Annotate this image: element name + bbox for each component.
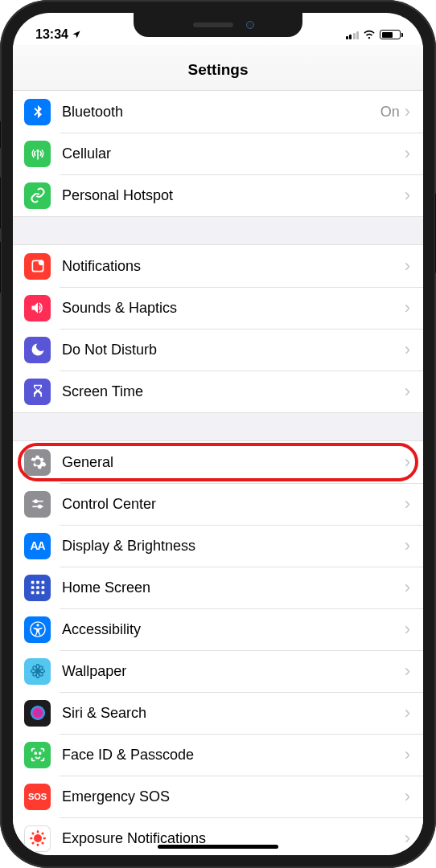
svg-point-41 [43, 837, 45, 840]
settings-row-notifications[interactable]: Notifications› [13, 245, 423, 287]
row-label: Bluetooth [62, 104, 380, 121]
settings-group: BluetoothOn›Cellular›Personal Hotspot› [13, 91, 423, 216]
settings-row-general[interactable]: General› [13, 441, 423, 483]
chevron-right-icon: › [405, 452, 410, 473]
grid-icon [24, 575, 51, 601]
settings-group: General›Control Center›AADisplay & Brigh… [13, 441, 423, 855]
chevron-right-icon: › [405, 577, 410, 598]
settings-list[interactable]: BluetoothOn›Cellular›Personal Hotspot›No… [13, 91, 423, 855]
settings-row-sounds[interactable]: Sounds & Haptics› [13, 287, 423, 329]
svg-rect-8 [41, 581, 44, 584]
row-label: Siri & Search [62, 705, 405, 722]
siri-icon [24, 700, 51, 727]
phone-frame: 13:34 Settings BluetoothOn›Cellular›Pers… [0, 0, 436, 868]
accessibility-icon [24, 616, 51, 643]
battery-icon [380, 30, 401, 39]
svg-point-38 [36, 831, 39, 833]
mute-switch [0, 121, 1, 149]
chevron-right-icon: › [405, 339, 410, 360]
chevron-right-icon: › [405, 786, 410, 807]
svg-point-40 [30, 837, 32, 840]
row-label: Sounds & Haptics [62, 300, 405, 317]
row-label: Emergency SOS [62, 788, 405, 805]
svg-point-16 [36, 624, 39, 626]
svg-rect-13 [36, 592, 39, 595]
svg-point-5 [38, 506, 40, 508]
svg-point-42 [31, 833, 34, 835]
svg-point-44 [41, 833, 43, 835]
svg-point-28 [39, 752, 40, 754]
row-label: Control Center [62, 496, 405, 513]
svg-point-29 [34, 834, 42, 842]
chevron-right-icon: › [405, 744, 410, 765]
row-label: Personal Hotspot [62, 187, 405, 204]
svg-point-3 [34, 500, 36, 502]
svg-rect-11 [41, 586, 44, 589]
svg-point-26 [31, 706, 45, 720]
chevron-right-icon: › [405, 256, 410, 276]
row-label: Do Not Disturb [62, 342, 405, 358]
covid-icon [24, 825, 51, 852]
settings-row-screentime[interactable]: Screen Time› [13, 371, 423, 412]
settings-row-homescreen[interactable]: Home Screen› [13, 567, 423, 608]
settings-row-sos[interactable]: SOSEmergency SOS› [13, 776, 423, 817]
svg-rect-9 [31, 586, 34, 589]
antenna-icon [24, 141, 51, 167]
chevron-right-icon: › [405, 297, 410, 318]
chevron-right-icon: › [405, 661, 410, 682]
signal-icon [346, 30, 360, 39]
svg-rect-14 [41, 592, 44, 595]
home-indicator[interactable] [158, 845, 278, 849]
wifi-icon [363, 28, 376, 41]
speaker [193, 23, 233, 27]
settings-row-dnd[interactable]: Do Not Disturb› [13, 329, 423, 371]
svg-rect-12 [31, 592, 34, 595]
notch [134, 13, 302, 37]
settings-row-exposure[interactable]: Exposure Notifications› [13, 817, 423, 855]
chevron-right-icon: › [405, 828, 410, 849]
section-gap [13, 216, 423, 245]
svg-point-39 [36, 844, 39, 846]
chevron-right-icon: › [405, 185, 410, 206]
gear-icon [24, 449, 51, 476]
row-label: Home Screen [62, 579, 405, 596]
settings-row-display[interactable]: AADisplay & Brightness› [13, 525, 423, 567]
volume-up-button [0, 177, 1, 229]
row-value: On [380, 104, 400, 121]
svg-rect-6 [31, 581, 34, 584]
chevron-right-icon: › [405, 535, 410, 556]
chevron-right-icon: › [405, 702, 410, 723]
faceid-icon [24, 742, 51, 768]
settings-row-wallpaper[interactable]: Wallpaper› [13, 650, 423, 692]
svg-point-45 [31, 842, 34, 845]
row-label: Display & Brightness [62, 538, 405, 555]
row-label: Wallpaper [62, 663, 405, 680]
row-label: Screen Time [62, 383, 405, 400]
volume-down-button [0, 241, 1, 293]
settings-row-hotspot[interactable]: Personal Hotspot› [13, 174, 423, 216]
textsize-icon: AA [24, 533, 51, 559]
settings-row-accessibility[interactable]: Accessibility› [13, 608, 423, 650]
row-label: Face ID & Passcode [62, 747, 405, 764]
settings-row-cellular[interactable]: Cellular› [13, 133, 423, 174]
chevron-right-icon: › [405, 619, 410, 640]
nav-header: Settings [13, 45, 423, 91]
front-camera [246, 21, 254, 29]
settings-row-bluetooth[interactable]: BluetoothOn› [13, 91, 423, 133]
flower-icon [24, 658, 51, 685]
settings-row-siri[interactable]: Siri & Search› [13, 692, 423, 734]
svg-point-1 [38, 260, 43, 266]
chevron-right-icon: › [405, 101, 410, 122]
status-time: 13:34 [35, 27, 68, 42]
sliders-icon [24, 491, 51, 518]
sos-icon: SOS [24, 784, 51, 810]
chevron-right-icon: › [405, 143, 410, 164]
moon-icon [24, 337, 51, 363]
bluetooth-icon [24, 99, 51, 125]
settings-row-faceid[interactable]: Face ID & Passcode› [13, 734, 423, 776]
settings-row-controlcenter[interactable]: Control Center› [13, 483, 423, 525]
row-label: Accessibility [62, 621, 405, 638]
notification-icon [24, 253, 51, 280]
row-label: Cellular [62, 145, 405, 162]
speaker-icon [24, 295, 51, 321]
